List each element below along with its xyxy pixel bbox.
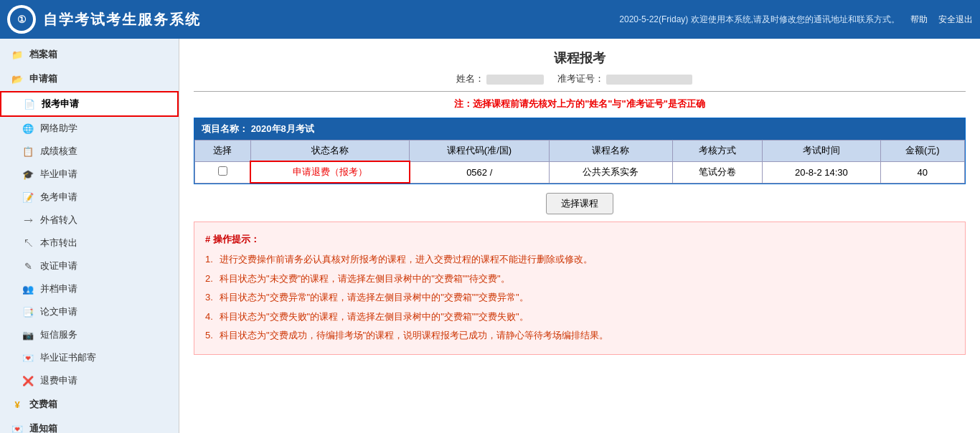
exam-apply-label: 报考申请 bbox=[42, 97, 79, 110]
score-check-label: 成绩核查 bbox=[40, 145, 77, 158]
col-select: 选择 bbox=[195, 141, 251, 162]
col-code: 课程代码(准/国) bbox=[410, 141, 550, 162]
sidebar: 📁 档案箱 📂 申请箱 📄 报考申请 🌐 网络助学 📋 bbox=[0, 39, 179, 433]
merge-apply-icon: 👥 bbox=[22, 282, 34, 295]
tips-item-1: 1.进行交费操作前请务必认真核对所报考的课程，进入交费过程的课程不能进行删除或修… bbox=[205, 251, 954, 267]
transfer-out-icon: 🡔 bbox=[22, 237, 34, 249]
logout-link[interactable]: 安全退出 bbox=[938, 14, 973, 26]
col-amount: 金额(元) bbox=[880, 141, 964, 162]
sidebar-section-payment[interactable]: ¥ 交费箱 bbox=[0, 392, 179, 417]
archive-label: 档案箱 bbox=[29, 48, 57, 61]
sidebar-item-merge-apply[interactable]: 👥 并档申请 bbox=[0, 277, 179, 300]
cell-select[interactable] bbox=[195, 161, 251, 183]
payment-label: 交费箱 bbox=[29, 398, 57, 411]
application-label: 申请箱 bbox=[29, 72, 57, 85]
notify-label: 通知箱 bbox=[29, 422, 57, 433]
refund-apply-icon: ❌ bbox=[22, 374, 34, 387]
tips-title: # 操作提示： bbox=[205, 231, 954, 247]
cell-code: 0562 / bbox=[410, 161, 550, 183]
cell-exam-type: 笔试分卷 bbox=[673, 161, 763, 183]
sidebar-item-score-check[interactable]: 📋 成绩核查 bbox=[0, 140, 179, 163]
correct-apply-label: 改证申请 bbox=[40, 260, 77, 272]
header-notice: 2020-5-22(Friday) 欢迎使用本系统,请及时修改您的通讯地址和联系… bbox=[619, 14, 900, 26]
thesis-apply-label: 论文申请 bbox=[40, 305, 77, 318]
divider bbox=[194, 91, 966, 92]
sidebar-item-online-study[interactable]: 🌐 网络助学 bbox=[0, 117, 179, 140]
sidebar-section-archive[interactable]: 📁 档案箱 bbox=[0, 42, 179, 67]
tips-item-3: 3.科目状态为"交费异常"的课程，请选择左侧目录树中的"交费箱""交费异常"。 bbox=[205, 289, 954, 305]
exempt-apply-icon: 📝 bbox=[22, 191, 34, 204]
tips-item-2: 2.科目状态为"未交费"的课程，请选择左侧目录树中的"交费箱""待交费"。 bbox=[205, 270, 954, 287]
sms-service-icon: 📷 bbox=[22, 328, 34, 341]
sidebar-item-transfer-out[interactable]: 🡔 本市转出 bbox=[0, 232, 179, 254]
online-study-icon: 🌐 bbox=[22, 122, 34, 135]
archive-icon: 📁 bbox=[11, 48, 24, 61]
sidebar-item-exempt-apply[interactable]: 📝 免考申请 bbox=[0, 186, 179, 209]
header-right: 2020-5-22(Friday) 欢迎使用本系统,请及时修改您的通讯地址和联系… bbox=[619, 14, 973, 26]
correct-apply-icon: ✎ bbox=[22, 260, 34, 272]
sidebar-item-cert-mail[interactable]: 💌 毕业证书邮寄 bbox=[0, 346, 179, 369]
sidebar-item-correct-apply[interactable]: ✎ 改证申请 bbox=[0, 254, 179, 277]
course-table: 选择 状态名称 课程代码(准/国) 课程名称 考核方式 考试时间 金额(元) bbox=[194, 140, 965, 184]
cert-mail-label: 毕业证书邮寄 bbox=[40, 351, 96, 364]
exempt-apply-label: 免考申请 bbox=[40, 191, 77, 204]
col-status: 状态名称 bbox=[250, 141, 409, 162]
student-name-label: 姓名： bbox=[456, 73, 484, 84]
row-checkbox[interactable] bbox=[218, 166, 227, 176]
course-table-container: 项目名称： 2020年8月考试 选择 状态名称 课程代码(准/国) 课程名称 考… bbox=[194, 118, 966, 184]
app-title: 自学考试考生服务系统 bbox=[43, 10, 201, 29]
logo: ① bbox=[7, 5, 36, 34]
sidebar-section-application[interactable]: 📂 申请箱 bbox=[0, 67, 179, 91]
sidebar-section-notify[interactable]: 💌 通知箱 bbox=[0, 417, 179, 433]
table-row: 申请退费（报考） 0562 / 公共关系实务 笔试分卷 20-8-2 14:30… bbox=[195, 161, 965, 183]
notify-icon: 💌 bbox=[11, 422, 24, 433]
cell-status[interactable]: 申请退费（报考） bbox=[250, 161, 409, 183]
merge-apply-label: 并档申请 bbox=[40, 282, 77, 295]
project-header: 项目名称： 2020年8月考试 bbox=[194, 118, 965, 140]
student-id-label: 准考证号： bbox=[557, 73, 604, 84]
student-id-value bbox=[606, 75, 692, 85]
header: ① 自学考试考生服务系统 2020-5-22(Friday) 欢迎使用本系统,请… bbox=[0, 0, 980, 39]
sms-service-label: 短信服务 bbox=[40, 328, 77, 341]
project-name: 2020年8月考试 bbox=[251, 123, 314, 134]
exam-apply-icon: 📄 bbox=[23, 97, 36, 110]
transfer-in-label: 外省转入 bbox=[40, 214, 77, 227]
col-name: 课程名称 bbox=[549, 141, 672, 162]
main-content: 课程报考 姓名： 准考证号： 注：选择课程前请先核对上方的"姓名"与"准考证号"… bbox=[179, 39, 980, 433]
grad-apply-icon: 🎓 bbox=[22, 168, 34, 181]
student-name-value bbox=[486, 75, 544, 85]
transfer-in-icon: 🡒 bbox=[22, 214, 34, 227]
project-label: 项目名称： bbox=[202, 123, 248, 134]
cell-amount: 40 bbox=[880, 161, 964, 183]
cell-exam-time: 20-8-2 14:30 bbox=[763, 161, 881, 183]
tips-item-4: 4.科目状态为"交费失败"的课程，请选择左侧目录树中的"交费箱""交费失败"。 bbox=[205, 308, 954, 325]
main-layout: 📁 档案箱 📂 申请箱 📄 报考申请 🌐 网络助学 📋 bbox=[0, 39, 980, 433]
col-exam-time: 考试时间 bbox=[763, 141, 881, 162]
score-check-icon: 📋 bbox=[22, 145, 34, 158]
tips-list: 1.进行交费操作前请务必认真核对所报考的课程，进入交费过程的课程不能进行删除或修… bbox=[205, 251, 954, 343]
grad-apply-label: 毕业申请 bbox=[40, 168, 77, 181]
student-info: 姓名： 准考证号： bbox=[194, 72, 966, 85]
sidebar-item-grad-apply[interactable]: 🎓 毕业申请 bbox=[0, 163, 179, 186]
sidebar-item-sms-service[interactable]: 📷 短信服务 bbox=[0, 323, 179, 346]
thesis-apply-icon: 📑 bbox=[22, 305, 34, 318]
logo-inner: ① bbox=[10, 8, 33, 31]
refund-apply-label: 退费申请 bbox=[40, 374, 77, 387]
sidebar-item-transfer-in[interactable]: 🡒 外省转入 bbox=[0, 209, 179, 232]
sidebar-item-thesis-apply[interactable]: 📑 论文申请 bbox=[0, 300, 179, 323]
help-link[interactable]: 帮助 bbox=[910, 14, 928, 26]
tips-section: # 操作提示： 1.进行交费操作前请务必认真核对所报考的课程，进入交费过程的课程… bbox=[194, 222, 966, 355]
col-exam-type: 考核方式 bbox=[673, 141, 763, 162]
select-course-button[interactable]: 选择课程 bbox=[546, 193, 613, 214]
sidebar-item-refund-apply[interactable]: ❌ 退费申请 bbox=[0, 369, 179, 392]
online-study-label: 网络助学 bbox=[40, 122, 77, 135]
transfer-out-label: 本市转出 bbox=[40, 237, 77, 249]
notice-text: 注：选择课程前请先核对上方的"姓名"与"准考证号"是否正确 bbox=[194, 97, 966, 110]
tips-item-5: 5.科目状态为"交费成功，待编排考场"的课程，说明课程报考已成功，请静心等待考场… bbox=[205, 327, 954, 343]
page-title: 课程报考 bbox=[194, 49, 966, 67]
payment-icon: ¥ bbox=[11, 398, 24, 411]
cell-name: 公共关系实务 bbox=[549, 161, 672, 183]
sidebar-item-exam-apply[interactable]: 📄 报考申请 bbox=[0, 91, 179, 117]
application-icon: 📂 bbox=[11, 72, 24, 85]
cert-mail-icon: 💌 bbox=[22, 351, 34, 364]
